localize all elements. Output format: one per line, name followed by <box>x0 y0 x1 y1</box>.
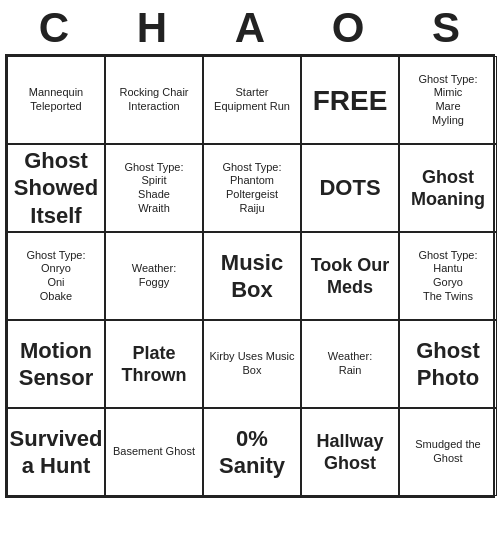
header-c: C <box>7 4 101 52</box>
table-row[interactable]: Starter Equipment Run <box>203 56 301 144</box>
header-s: S <box>399 4 493 52</box>
table-row[interactable]: Mannequin Teleported <box>7 56 105 144</box>
table-row[interactable]: Smudged the Ghost <box>399 408 497 496</box>
table-row[interactable]: Weather: Rain <box>301 320 399 408</box>
table-row[interactable]: Weather: Foggy <box>105 232 203 320</box>
table-row[interactable]: Survived a Hunt <box>7 408 105 496</box>
table-row[interactable]: Ghost Type: Hantu Goryo The Twins <box>399 232 497 320</box>
table-row[interactable]: Ghost Type: Onryo Oni Obake <box>7 232 105 320</box>
table-row[interactable]: Ghost Type: Mimic Mare Myling <box>399 56 497 144</box>
bingo-card: C H A O S Mannequin TeleportedRocking Ch… <box>5 4 495 498</box>
header-a: A <box>203 4 297 52</box>
table-row[interactable]: Music Box <box>203 232 301 320</box>
table-row[interactable]: Kirby Uses Music Box <box>203 320 301 408</box>
table-row[interactable]: Took Our Meds <box>301 232 399 320</box>
table-row[interactable]: DOTS <box>301 144 399 232</box>
header-h: H <box>105 4 199 52</box>
table-row[interactable]: Ghost Photo <box>399 320 497 408</box>
table-row[interactable]: Ghost Moaning <box>399 144 497 232</box>
table-row[interactable]: Rocking Chair Interaction <box>105 56 203 144</box>
bingo-grid: Mannequin TeleportedRocking Chair Intera… <box>5 54 495 498</box>
bingo-header: C H A O S <box>5 4 495 52</box>
table-row[interactable]: Motion Sensor <box>7 320 105 408</box>
table-row[interactable]: FREE <box>301 56 399 144</box>
table-row[interactable]: Ghost Showed Itself <box>7 144 105 232</box>
table-row[interactable]: Plate Thrown <box>105 320 203 408</box>
table-row[interactable]: Ghost Type: Spirit Shade Wraith <box>105 144 203 232</box>
table-row[interactable]: Ghost Type: Phantom Poltergeist Raiju <box>203 144 301 232</box>
table-row[interactable]: 0% Sanity <box>203 408 301 496</box>
table-row[interactable]: Basement Ghost <box>105 408 203 496</box>
table-row[interactable]: Hallway Ghost <box>301 408 399 496</box>
header-o: O <box>301 4 395 52</box>
